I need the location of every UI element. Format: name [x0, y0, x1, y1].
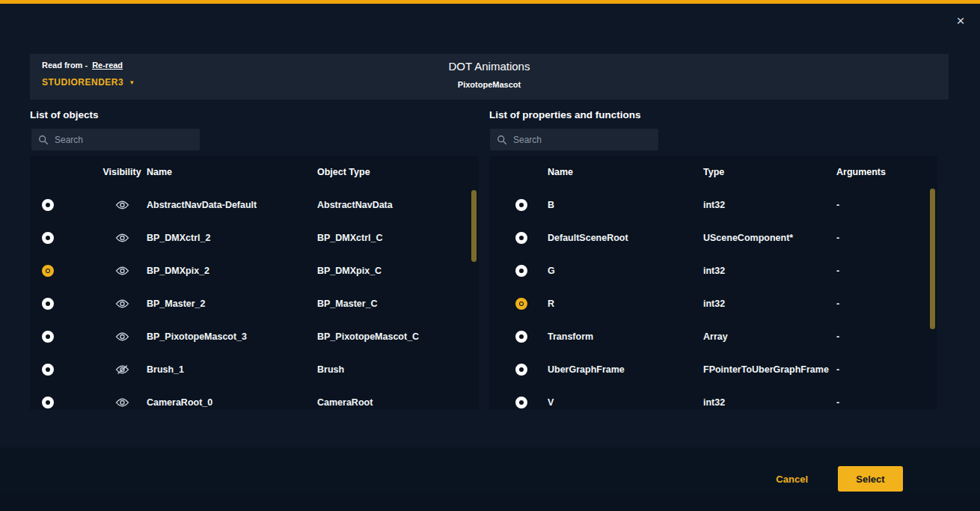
close-icon[interactable]: × — [952, 12, 970, 30]
property-row[interactable]: Rint32- — [489, 287, 937, 320]
properties-scrollbar-thumb[interactable] — [930, 189, 935, 329]
property-arguments: - — [836, 200, 937, 210]
properties-panel-title: List of properties and functions — [489, 109, 641, 120]
dialog-title: DOT Animations — [449, 60, 530, 73]
property-name: UberGraphFrame — [548, 364, 703, 375]
radio-button[interactable] — [42, 232, 54, 244]
property-type: int32 — [703, 266, 836, 276]
property-row[interactable]: Vint32- — [489, 386, 937, 410]
column-header-type: Type — [703, 167, 836, 177]
object-row[interactable]: BP_DMXctrl_2BP_DMXctrl_C — [30, 221, 479, 254]
property-name: G — [548, 266, 703, 276]
radio-button[interactable] — [42, 199, 54, 211]
read-from-label: Read from - — [42, 61, 88, 70]
radio-button[interactable] — [42, 298, 54, 310]
object-row[interactable]: Brush_1Brush — [30, 353, 479, 386]
object-row[interactable]: BP_DMXpix_2BP_DMXpix_C — [30, 254, 479, 287]
object-name: Brush_1 — [147, 364, 317, 375]
reread-link[interactable]: Re-read — [92, 61, 123, 70]
property-name: R — [548, 299, 703, 309]
radio-button[interactable] — [42, 265, 54, 277]
object-type: BP_Master_C — [317, 299, 479, 309]
property-type: FPointerToUberGraphFrame — [703, 364, 836, 375]
search-icon — [38, 135, 49, 145]
object-row[interactable]: CameraRoot_0CameraRoot — [30, 386, 479, 410]
select-button[interactable]: Select — [838, 466, 903, 492]
cancel-button[interactable]: Cancel — [776, 474, 808, 485]
dialog-subtitle: PixotopeMascot — [458, 80, 521, 89]
properties-table-body: Bint32-DefaultSceneRootUSceneComponent*-… — [489, 189, 937, 410]
radio-button[interactable] — [515, 331, 527, 343]
property-name: V — [548, 397, 703, 408]
object-type: Brush — [317, 364, 479, 375]
eye-icon[interactable] — [115, 233, 129, 243]
object-type: BP_DMXpix_C — [317, 266, 479, 276]
properties-table: Name Type Arguments Bint32-DefaultSceneR… — [489, 156, 937, 410]
dialog-header: Read from - Re-read STUDIORENDER3 ▼ DOT … — [30, 54, 949, 100]
radio-button[interactable] — [515, 298, 527, 310]
property-arguments: - — [836, 233, 937, 243]
objects-search-input[interactable] — [55, 135, 193, 145]
property-row[interactable]: Gint32- — [489, 254, 937, 287]
property-arguments: - — [836, 299, 937, 309]
eye-icon[interactable] — [115, 266, 129, 276]
radio-button[interactable] — [42, 331, 54, 343]
eye-icon[interactable] — [115, 200, 129, 210]
object-type: BP_DMXctrl_C — [317, 233, 479, 243]
property-type: int32 — [703, 397, 836, 408]
dialog-header-left: Read from - Re-read STUDIORENDER3 ▼ — [42, 61, 135, 88]
object-name: BP_DMXctrl_2 — [147, 233, 317, 243]
property-type: Array — [703, 331, 836, 342]
object-name: BP_PixotopeMascot_3 — [147, 331, 317, 342]
property-arguments: - — [836, 331, 937, 342]
objects-panel-title: List of objects — [30, 109, 99, 120]
property-arguments: - — [836, 266, 937, 276]
radio-button[interactable] — [515, 265, 527, 277]
object-name: BP_Master_2 — [147, 299, 317, 309]
object-row[interactable]: BP_PixotopeMascot_3BP_PixotopeMascot_C — [30, 320, 479, 353]
column-header-arguments: Arguments — [836, 167, 937, 177]
eye-off-icon[interactable] — [115, 364, 129, 375]
dialog-header-center: DOT Animations PixotopeMascot — [30, 54, 949, 100]
object-row[interactable]: BP_Master_2BP_Master_C — [30, 287, 479, 320]
eye-icon[interactable] — [115, 397, 129, 408]
radio-button[interactable] — [515, 364, 527, 376]
radio-button[interactable] — [515, 199, 527, 211]
objects-scrollbar-thumb[interactable] — [471, 190, 477, 262]
object-row[interactable]: AbstractNavData-DefaultAbstractNavData — [30, 189, 479, 221]
column-header-name: Name — [147, 167, 317, 177]
page-background-strip — [0, 494, 980, 511]
chevron-down-icon: ▼ — [129, 79, 135, 86]
source-dropdown[interactable]: STUDIORENDER3 ▼ — [42, 77, 135, 88]
property-row[interactable]: Bint32- — [489, 189, 937, 221]
objects-table-body: AbstractNavData-DefaultAbstractNavDataBP… — [30, 189, 479, 410]
property-row[interactable]: TransformArray- — [489, 320, 937, 353]
property-type: USceneComponent* — [703, 233, 836, 243]
radio-button[interactable] — [42, 364, 54, 376]
radio-button[interactable] — [515, 232, 527, 244]
properties-search — [490, 129, 658, 150]
property-row[interactable]: UberGraphFrameFPointerToUberGraphFrame- — [489, 353, 937, 386]
object-name: BP_DMXpix_2 — [147, 266, 317, 276]
property-name: DefaultSceneRoot — [548, 233, 703, 243]
object-type: CameraRoot — [317, 397, 479, 408]
objects-table: Visibility Name Object Type AbstractNavD… — [30, 156, 479, 410]
eye-icon[interactable] — [115, 299, 129, 309]
radio-button[interactable] — [42, 397, 54, 409]
radio-button[interactable] — [515, 397, 527, 409]
property-type: int32 — [703, 299, 836, 309]
column-header-object-type: Object Type — [317, 167, 479, 177]
dialog-footer-actions: Cancel Select — [776, 466, 903, 492]
property-name: Transform — [548, 331, 703, 342]
eye-icon[interactable] — [115, 331, 129, 342]
properties-search-input[interactable] — [513, 135, 652, 145]
read-from-row: Read from - Re-read — [42, 61, 135, 70]
property-arguments: - — [836, 364, 937, 375]
source-dropdown-value: STUDIORENDER3 — [42, 77, 123, 88]
properties-table-header: Name Type Arguments — [489, 156, 937, 189]
search-icon — [497, 135, 507, 145]
property-type: int32 — [703, 200, 836, 210]
property-name: B — [548, 200, 703, 210]
property-row[interactable]: DefaultSceneRootUSceneComponent*- — [489, 221, 937, 254]
object-type: BP_PixotopeMascot_C — [317, 331, 479, 342]
